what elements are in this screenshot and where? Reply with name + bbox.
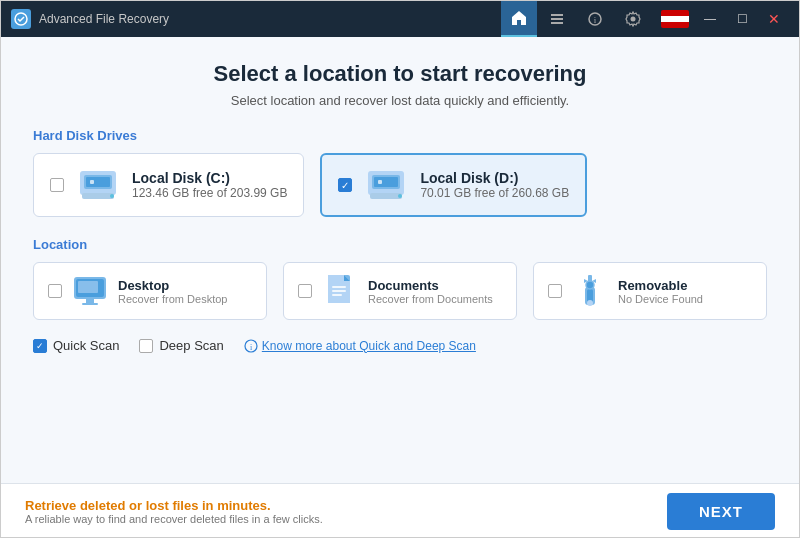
svg-rect-12 xyxy=(90,180,94,184)
location-removable-info: Removable No Device Found xyxy=(618,278,703,305)
minimize-button[interactable]: — xyxy=(695,7,725,31)
location-desktop-card[interactable]: Desktop Recover from Desktop xyxy=(33,262,267,320)
drive-d-info: Local Disk (D:) 70.01 GB free of 260.68 … xyxy=(420,170,569,200)
drive-d-name: Local Disk (D:) xyxy=(420,170,569,186)
drive-c-name: Local Disk (C:) xyxy=(132,170,287,186)
quick-scan-label: Quick Scan xyxy=(53,338,119,353)
svg-rect-3 xyxy=(551,22,563,24)
scan-info-text: Know more about Quick and Deep Scan xyxy=(262,339,476,353)
deep-scan-checkbox[interactable] xyxy=(139,339,153,353)
language-flag[interactable] xyxy=(661,10,689,28)
footer-msg-title: Retrieve deleted or lost files in minute… xyxy=(25,498,667,513)
window-controls: — ☐ ✕ xyxy=(661,7,789,31)
drive-c-icon xyxy=(76,167,120,203)
svg-point-31 xyxy=(586,281,594,289)
svg-point-17 xyxy=(398,194,402,198)
nav-list[interactable] xyxy=(539,1,575,37)
deep-scan-label: Deep Scan xyxy=(159,338,223,353)
location-documents-info: Documents Recover from Documents xyxy=(368,278,493,305)
quick-scan-option[interactable]: Quick Scan xyxy=(33,338,119,353)
location-desktop-sub: Recover from Desktop xyxy=(118,293,227,305)
svg-rect-9 xyxy=(86,177,110,187)
location-documents-card[interactable]: Documents Recover from Documents xyxy=(283,262,517,320)
close-button[interactable]: ✕ xyxy=(759,7,789,31)
desktop-icon xyxy=(72,273,108,309)
svg-rect-18 xyxy=(378,180,382,184)
app-logo xyxy=(11,9,31,29)
deep-scan-option[interactable]: Deep Scan xyxy=(139,338,223,353)
page-title: Select a location to start recovering xyxy=(33,61,767,87)
documents-icon xyxy=(322,273,358,309)
svg-rect-10 xyxy=(82,193,114,199)
nav-home[interactable] xyxy=(501,1,537,37)
drive-c-card[interactable]: Local Disk (C:) 123.46 GB free of 203.99… xyxy=(33,153,304,217)
drive-d-icon xyxy=(364,167,408,203)
drives-row: Local Disk (C:) 123.46 GB free of 203.99… xyxy=(33,153,767,217)
footer-message: Retrieve deleted or lost files in minute… xyxy=(25,498,667,525)
location-desktop-checkbox[interactable] xyxy=(48,284,62,298)
svg-rect-26 xyxy=(332,290,346,292)
svg-rect-27 xyxy=(332,294,342,296)
nav-info[interactable]: i xyxy=(577,1,613,37)
footer: Retrieve deleted or lost files in minute… xyxy=(1,483,799,538)
svg-rect-22 xyxy=(82,303,98,305)
svg-text:i: i xyxy=(250,343,253,352)
footer-msg-subtitle: A reliable way to find and recover delet… xyxy=(25,513,667,525)
nav-bar: i xyxy=(501,1,651,37)
hdd-section-label: Hard Disk Drives xyxy=(33,128,767,143)
drive-c-size: 123.46 GB free of 203.99 GB xyxy=(132,186,287,200)
svg-rect-25 xyxy=(332,286,346,288)
location-desktop-info: Desktop Recover from Desktop xyxy=(118,278,227,305)
svg-rect-23 xyxy=(78,281,98,293)
svg-rect-2 xyxy=(551,18,563,20)
svg-rect-15 xyxy=(374,177,398,187)
location-removable-card[interactable]: Removable No Device Found xyxy=(533,262,767,320)
location-row: Desktop Recover from Desktop Documents R… xyxy=(33,262,767,320)
location-removable-name: Removable xyxy=(618,278,703,293)
location-documents-sub: Recover from Documents xyxy=(368,293,493,305)
drive-d-card[interactable]: Local Disk (D:) 70.01 GB free of 260.68 … xyxy=(320,153,587,217)
svg-text:i: i xyxy=(594,15,597,25)
scan-info-link[interactable]: i Know more about Quick and Deep Scan xyxy=(244,339,476,353)
location-desktop-name: Desktop xyxy=(118,278,227,293)
maximize-button[interactable]: ☐ xyxy=(727,7,757,31)
location-documents-checkbox[interactable] xyxy=(298,284,312,298)
drive-c-checkbox[interactable] xyxy=(50,178,64,192)
usb-icon xyxy=(572,273,608,309)
drive-d-checkbox[interactable] xyxy=(338,178,352,192)
location-documents-name: Documents xyxy=(368,278,493,293)
main-content: Select a location to start recovering Se… xyxy=(1,37,799,483)
location-removable-checkbox[interactable] xyxy=(548,284,562,298)
svg-rect-21 xyxy=(86,299,94,303)
titlebar: Advanced File Recovery i — ☐ xyxy=(1,1,799,37)
app-title: Advanced File Recovery xyxy=(39,12,501,26)
quick-scan-checkbox[interactable] xyxy=(33,339,47,353)
location-section-label: Location xyxy=(33,237,767,252)
page-subtitle: Select location and recover lost data qu… xyxy=(33,93,767,108)
next-button[interactable]: NEXT xyxy=(667,493,775,530)
scan-options: Quick Scan Deep Scan i Know more about Q… xyxy=(33,338,767,353)
svg-point-32 xyxy=(587,300,593,306)
location-removable-sub: No Device Found xyxy=(618,293,703,305)
svg-rect-1 xyxy=(551,14,563,16)
svg-rect-16 xyxy=(370,193,402,199)
drive-d-size: 70.01 GB free of 260.68 GB xyxy=(420,186,569,200)
nav-settings[interactable] xyxy=(615,1,651,37)
svg-point-11 xyxy=(110,194,114,198)
svg-point-6 xyxy=(631,17,636,22)
drive-c-info: Local Disk (C:) 123.46 GB free of 203.99… xyxy=(132,170,287,200)
